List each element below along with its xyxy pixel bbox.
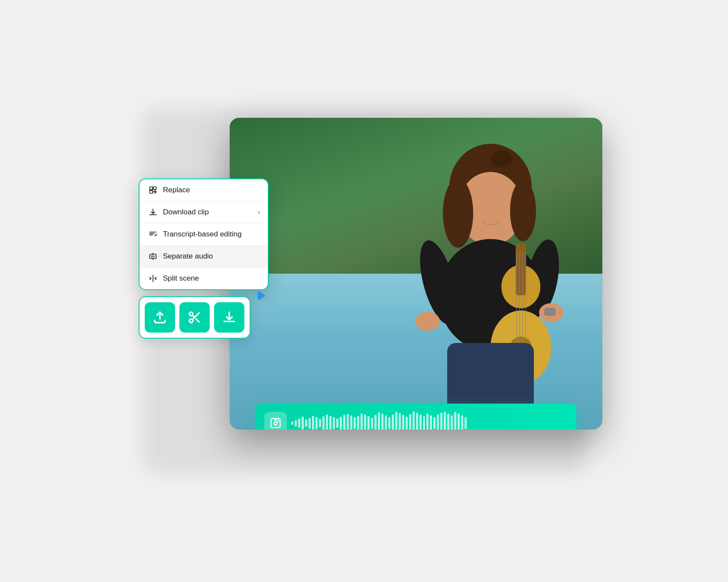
waveform-bar — [322, 416, 325, 430]
svg-rect-26 — [153, 187, 156, 190]
waveform-bar — [423, 416, 425, 430]
menu-item-transcript[interactable]: Transcript-based editing — [140, 223, 268, 246]
menu-item-separate-audio[interactable]: Separate audio — [140, 246, 268, 268]
menu-item-download-clip[interactable]: Download clip › — [140, 201, 268, 223]
waveform-bar — [392, 414, 394, 430]
waveform-bar — [319, 419, 321, 427]
svg-rect-27 — [150, 191, 153, 194]
replace-icon — [148, 185, 158, 195]
waveform-bar — [361, 414, 363, 430]
split-scene-icon — [148, 274, 158, 283]
toolbar — [139, 296, 250, 339]
svg-point-4 — [510, 181, 536, 241]
waveform-bar — [329, 416, 332, 430]
waveform-bar — [458, 414, 460, 430]
menu-item-replace[interactable]: Replace — [140, 179, 268, 201]
waveform-bar — [295, 420, 297, 427]
waveform-bar — [340, 417, 342, 430]
download-icon — [222, 310, 236, 324]
waveform-bar — [451, 415, 453, 430]
waveform-bar — [333, 417, 335, 429]
waveform-bar — [416, 413, 418, 430]
waveform-bar — [350, 415, 352, 430]
waveform-bar — [413, 411, 415, 430]
waveform-bar — [378, 412, 380, 430]
transcript-icon — [148, 230, 158, 239]
waveform-bar — [454, 412, 456, 430]
context-menu: Replace Download clip › Transcript-based… — [139, 178, 269, 290]
waveform-bar — [426, 414, 429, 430]
waveform-bar — [354, 417, 356, 429]
waveform-bar — [291, 421, 293, 425]
svg-point-9 — [416, 312, 440, 331]
waveform-bar — [395, 412, 397, 430]
waveform-bar — [326, 414, 328, 430]
chevron-right-icon: › — [258, 208, 260, 216]
waveform-bar — [343, 415, 345, 430]
menu-label-separate-audio: Separate audio — [163, 252, 213, 261]
cut-button[interactable] — [179, 302, 210, 333]
waveform-bar — [465, 417, 467, 429]
music-upload-icon — [270, 417, 282, 429]
svg-point-24 — [274, 422, 277, 425]
waveform-bar — [444, 412, 446, 430]
waveform-bar — [364, 414, 366, 430]
waveform-bar — [298, 418, 300, 428]
menu-label-replace: Replace — [163, 186, 190, 194]
waveform-bar — [461, 415, 463, 430]
waveform-bar — [315, 417, 318, 429]
audio-waveform-bar — [256, 404, 576, 430]
person-illustration — [304, 118, 602, 430]
menu-label-transcript: Transcript-based editing — [163, 230, 242, 239]
waveform-bar — [371, 418, 373, 429]
upload-icon — [153, 310, 167, 324]
scene-wrapper: Replace Download clip › Transcript-based… — [126, 92, 602, 490]
menu-label-download-clip: Download clip — [163, 208, 209, 217]
waveform-bar — [381, 414, 384, 430]
waveform-bar — [440, 413, 442, 430]
waveform-bar — [399, 413, 401, 430]
waveform-bar — [437, 414, 439, 430]
waveform-bar — [385, 415, 387, 430]
waveform-bar — [312, 416, 314, 430]
waveform-bar — [305, 419, 307, 427]
separate-audio-icon — [148, 252, 158, 261]
waveform-bar — [447, 414, 449, 430]
video-frame — [230, 118, 602, 430]
menu-item-split-scene[interactable]: Split scene — [140, 268, 268, 289]
waveform-bar — [388, 417, 390, 429]
svg-rect-19 — [545, 308, 555, 315]
waveform-bar — [374, 415, 377, 430]
audio-icon-container — [264, 412, 287, 430]
cut-icon — [188, 310, 202, 324]
waveform-bar — [430, 415, 432, 430]
mouse-cursor — [258, 291, 265, 300]
waveform-bar — [402, 415, 404, 430]
waveform-bar — [302, 417, 304, 430]
waveform-bar — [336, 418, 338, 428]
waveform-bar — [367, 416, 370, 430]
waveform-bar — [419, 414, 422, 430]
download-clip-icon — [148, 207, 158, 217]
waveform-bar — [406, 417, 408, 430]
svg-rect-13 — [516, 243, 526, 295]
menu-label-split-scene: Split scene — [163, 274, 199, 283]
svg-point-1 — [491, 150, 512, 168]
waveform-bar — [409, 414, 411, 430]
upload-button[interactable] — [145, 302, 175, 333]
svg-point-3 — [443, 178, 473, 248]
video-background — [230, 118, 602, 430]
download-button[interactable] — [214, 302, 244, 333]
waveform-bar — [347, 414, 349, 430]
svg-rect-25 — [150, 187, 153, 190]
waveform-bar — [433, 417, 436, 429]
waveform-visualization — [291, 410, 568, 430]
waveform-bar — [309, 418, 311, 429]
waveform-bar — [357, 416, 359, 430]
